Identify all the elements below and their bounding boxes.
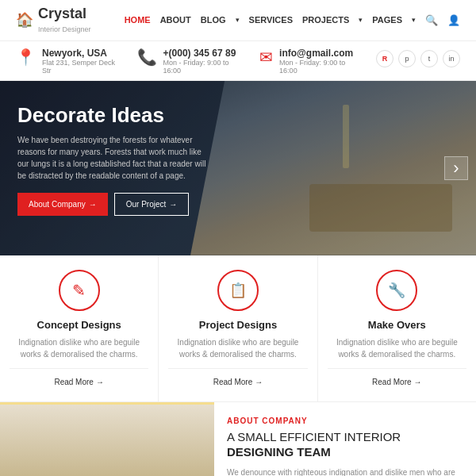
- hero-furniture: [309, 184, 452, 232]
- phone-subtitle: Mon - Friday: 9:00 to 16:00: [163, 59, 244, 75]
- location-icon: 📍: [16, 48, 36, 67]
- read-more-1[interactable]: Read More →: [54, 378, 103, 386]
- features-section: ✎ Concept Designs Indignation dislike wh…: [0, 255, 476, 402]
- btn-arrow-2: →: [169, 200, 177, 209]
- search-icon[interactable]: 🔍: [425, 14, 438, 26]
- read-more-arrow-1: →: [96, 378, 104, 386]
- main-nav: HOME ABOUT BLOG ▾ SERVICES PROJECTS ▾ PA…: [125, 14, 460, 26]
- feature-title-3: Make Overs: [328, 319, 466, 331]
- logo: 🏠 Crystal Interior Designer: [16, 6, 91, 34]
- about-company-button[interactable]: About Company →: [17, 193, 108, 216]
- phone-icon: 📞: [137, 48, 157, 67]
- email-icon: ✉: [259, 48, 273, 67]
- feature-text-3: Indignation dislike who are beguile work…: [328, 336, 466, 360]
- feature-text-1: Indignation dislike who are beguile work…: [10, 336, 148, 360]
- nav-about[interactable]: ABOUT: [160, 15, 191, 25]
- hero-buttons: About Company → Our Project →: [17, 193, 213, 216]
- topbar-email: ✉ info@gmail.com Mon - Friday: 9:00 to 1…: [259, 47, 360, 75]
- topbar: 📍 Newyork, USA Flat 231, Semper Deck Str…: [0, 41, 476, 81]
- feature-icon-wrap-1: ✎: [59, 270, 100, 311]
- location-subtitle: Flat 231, Semper Deck Str: [42, 59, 121, 75]
- hero-text: We have been destroying the forests for …: [17, 134, 213, 182]
- nav-projects[interactable]: PROJECTS: [302, 15, 349, 25]
- about-image: [0, 402, 214, 476]
- btn-arrow-1: →: [89, 200, 97, 209]
- projects-arrow: ▾: [359, 16, 363, 24]
- nav-blog[interactable]: BLOG: [201, 15, 226, 25]
- hero-content: Decorate Ideas We have been destroying t…: [0, 81, 230, 238]
- email-subtitle: Mon - Friday: 9:00 to 16:00: [279, 59, 360, 75]
- header: 🏠 Crystal Interior Designer HOME ABOUT B…: [0, 0, 476, 41]
- logo-subtitle: Interior Designer: [38, 25, 91, 33]
- phone-title: +(000) 345 67 89: [163, 48, 236, 59]
- about-title-bold: DESIGNING TEAM: [227, 445, 331, 459]
- feature-icon-wrap-2: 📋: [217, 270, 259, 311]
- hero-section: Decorate Ideas We have been destroying t…: [0, 81, 476, 255]
- about-tag: ABOUT COMPANY: [227, 416, 463, 425]
- hero-lamp: [343, 105, 349, 168]
- about-desc-1: We denounce with righteous indignation a…: [227, 466, 463, 476]
- read-more-arrow-3: →: [414, 378, 422, 386]
- feature-title-1: Concept Designs: [10, 319, 148, 331]
- logo-icon: 🏠: [16, 11, 33, 29]
- feature-card-1: ✎ Concept Designs Indignation dislike wh…: [0, 255, 159, 401]
- read-more-2[interactable]: Read More →: [213, 378, 263, 386]
- room-light-strip: [0, 402, 214, 405]
- about-title-plain: A SMALL EFFICIENT INTERIOR: [227, 430, 401, 443]
- read-more-3[interactable]: Read More →: [372, 378, 421, 386]
- about-section: ABOUT COMPANY A SMALL EFFICIENT INTERIOR…: [0, 402, 476, 476]
- room-wall: [0, 402, 214, 476]
- feature-title-2: Project Designs: [168, 319, 307, 331]
- nav-services[interactable]: SERVICES: [249, 15, 293, 25]
- topbar-phone: 📞 +(000) 345 67 89 Mon - Friday: 9:00 to…: [137, 47, 244, 75]
- feature-card-2: 📋 Project Designs Indignation dislike wh…: [159, 255, 317, 401]
- email-title: info@gmail.com: [279, 48, 353, 59]
- blog-arrow: ▾: [236, 16, 240, 24]
- about-title: A SMALL EFFICIENT INTERIOR DESIGNING TEA…: [227, 429, 463, 460]
- nav-pages[interactable]: PAGES: [372, 15, 402, 25]
- logo-name: Crystal: [38, 6, 91, 22]
- hero-next-arrow[interactable]: ›: [444, 156, 468, 180]
- nav-home[interactable]: HOME: [125, 15, 151, 25]
- location-title: Newyork, USA: [42, 48, 107, 59]
- pages-arrow: ▾: [412, 16, 416, 24]
- social-icons: R p t in: [376, 50, 460, 67]
- read-more-arrow-2: →: [255, 378, 263, 386]
- twitter-icon[interactable]: t: [420, 50, 438, 67]
- pinterest-icon[interactable]: p: [398, 50, 416, 67]
- hero-title: Decorate Ideas: [17, 103, 213, 128]
- feature-card-3: 🔧 Make Overs Indignation dislike who are…: [318, 255, 476, 401]
- linkedin-icon[interactable]: in: [443, 50, 460, 67]
- our-project-button[interactable]: Our Project →: [114, 193, 190, 216]
- topbar-location: 📍 Newyork, USA Flat 231, Semper Deck Str: [16, 47, 121, 75]
- user-icon[interactable]: 👤: [447, 14, 460, 26]
- rss-icon[interactable]: R: [376, 50, 393, 67]
- feature-text-2: Indignation dislike who are beguile work…: [168, 336, 307, 360]
- feature-icon-wrap-3: 🔧: [376, 270, 417, 311]
- about-content: ABOUT COMPANY A SMALL EFFICIENT INTERIOR…: [214, 402, 476, 476]
